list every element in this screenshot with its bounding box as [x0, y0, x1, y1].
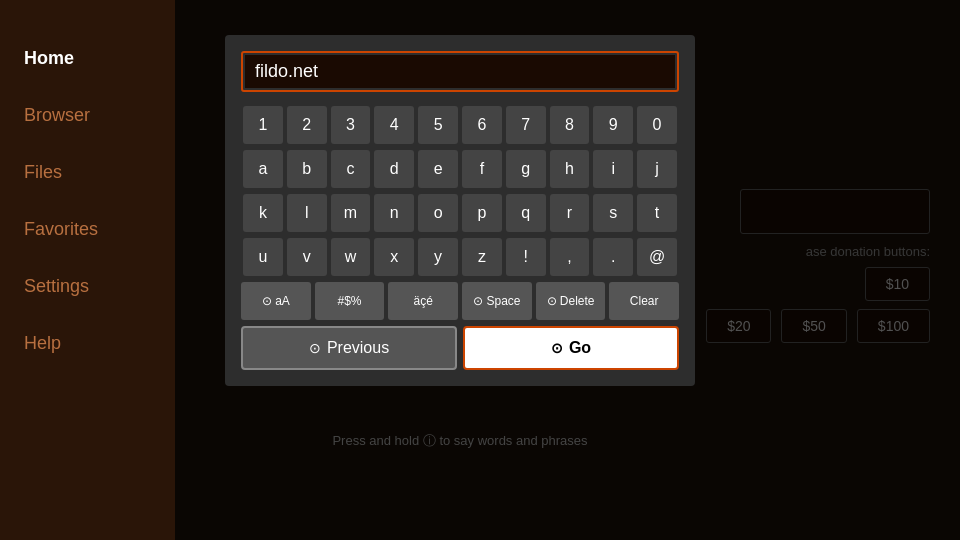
main-area: ase donation buttons: $10 $20 $50 $100 1… — [175, 0, 960, 540]
key-7[interactable]: 7 — [506, 106, 546, 144]
key-6[interactable]: 6 — [462, 106, 502, 144]
sidebar-label-help: Help — [24, 333, 61, 353]
keyboard-nav-row: ⊙ Previous ⊙ Go — [241, 326, 679, 370]
key-q[interactable]: q — [506, 194, 546, 232]
key-2[interactable]: 2 — [287, 106, 327, 144]
key-n[interactable]: n — [374, 194, 414, 232]
sidebar-label-files: Files — [24, 162, 62, 182]
key-i[interactable]: i — [593, 150, 633, 188]
sidebar-item-home[interactable]: Home — [0, 30, 175, 87]
keyboard-number-row: 1 2 3 4 5 6 7 8 9 0 — [241, 106, 679, 144]
key-3[interactable]: 3 — [331, 106, 371, 144]
key-u[interactable]: u — [243, 238, 283, 276]
key-4[interactable]: 4 — [374, 106, 414, 144]
previous-icon: ⊙ — [309, 340, 321, 356]
key-9[interactable]: 9 — [593, 106, 633, 144]
key-delete[interactable]: ⊙ Delete — [536, 282, 606, 320]
key-exclaim[interactable]: ! — [506, 238, 546, 276]
key-k[interactable]: k — [243, 194, 283, 232]
key-5[interactable]: 5 — [418, 106, 458, 144]
key-0[interactable]: 0 — [637, 106, 677, 144]
keyboard-special-row: ⊙ aA #$% äçé ⊙ Space ⊙ Delete Clear — [241, 282, 679, 320]
go-icon: ⊙ — [551, 340, 563, 356]
sidebar-item-browser[interactable]: Browser — [0, 87, 175, 144]
sidebar: Home Browser Files Favorites Settings He… — [0, 0, 175, 540]
key-at[interactable]: @ — [637, 238, 677, 276]
key-c[interactable]: c — [331, 150, 371, 188]
url-input[interactable] — [245, 55, 675, 88]
go-button[interactable]: ⊙ Go — [463, 326, 679, 370]
key-t[interactable]: t — [637, 194, 677, 232]
key-h[interactable]: h — [550, 150, 590, 188]
key-a[interactable]: a — [243, 150, 283, 188]
key-d[interactable]: d — [374, 150, 414, 188]
key-b[interactable]: b — [287, 150, 327, 188]
sidebar-label-home: Home — [24, 48, 74, 68]
sidebar-item-files[interactable]: Files — [0, 144, 175, 201]
key-v[interactable]: v — [287, 238, 327, 276]
key-w[interactable]: w — [331, 238, 371, 276]
key-e[interactable]: e — [418, 150, 458, 188]
go-label: Go — [569, 339, 591, 357]
key-clear[interactable]: Clear — [609, 282, 679, 320]
key-z[interactable]: z — [462, 238, 502, 276]
key-1[interactable]: 1 — [243, 106, 283, 144]
key-r[interactable]: r — [550, 194, 590, 232]
url-input-wrapper — [241, 51, 679, 92]
key-8[interactable]: 8 — [550, 106, 590, 144]
sidebar-item-favorites[interactable]: Favorites — [0, 201, 175, 258]
key-o[interactable]: o — [418, 194, 458, 232]
sidebar-item-help[interactable]: Help — [0, 315, 175, 372]
key-l[interactable]: l — [287, 194, 327, 232]
key-accents[interactable]: äçé — [388, 282, 458, 320]
keyboard-row-u-at: u v w x y z ! , . @ — [241, 238, 679, 276]
key-f[interactable]: f — [462, 150, 502, 188]
key-y[interactable]: y — [418, 238, 458, 276]
key-m[interactable]: m — [331, 194, 371, 232]
key-s[interactable]: s — [593, 194, 633, 232]
sidebar-label-favorites: Favorites — [24, 219, 98, 239]
sidebar-item-settings[interactable]: Settings — [0, 258, 175, 315]
previous-button[interactable]: ⊙ Previous — [241, 326, 457, 370]
key-g[interactable]: g — [506, 150, 546, 188]
previous-label: Previous — [327, 339, 389, 357]
key-capslock[interactable]: ⊙ aA — [241, 282, 311, 320]
key-x[interactable]: x — [374, 238, 414, 276]
key-j[interactable]: j — [637, 150, 677, 188]
key-symbols[interactable]: #$% — [315, 282, 385, 320]
sidebar-label-browser: Browser — [24, 105, 90, 125]
sidebar-label-settings: Settings — [24, 276, 89, 296]
key-period[interactable]: . — [593, 238, 633, 276]
keyboard-row-kt: k l m n o p q r s t — [241, 194, 679, 232]
keyboard-overlay: 1 2 3 4 5 6 7 8 9 0 a b c d e f g h i j … — [225, 35, 695, 386]
key-space[interactable]: ⊙ Space — [462, 282, 532, 320]
key-p[interactable]: p — [462, 194, 502, 232]
key-comma[interactable]: , — [550, 238, 590, 276]
keyboard-row-aj: a b c d e f g h i j — [241, 150, 679, 188]
